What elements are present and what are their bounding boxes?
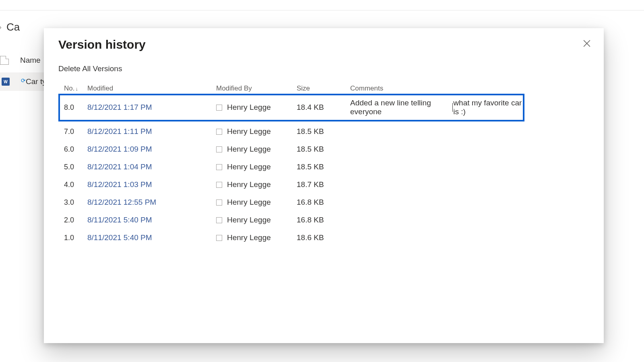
version-number: 2.0 — [64, 216, 87, 224]
presence-icon — [216, 235, 222, 241]
modified-by: Henry Legge — [216, 233, 297, 242]
version-number: 7.0 — [64, 128, 87, 136]
word-doc-icon: W — [2, 78, 10, 86]
file-size: 18.5 KB — [297, 145, 350, 154]
table-row[interactable]: 6.08/12/2021 1:09 PMHenry Legge18.5 KB — [58, 140, 524, 158]
sort-descending-icon: ↓ — [75, 86, 78, 92]
modified-date-link[interactable]: 8/11/2021 5:40 PM — [87, 216, 216, 224]
presence-icon — [216, 129, 222, 135]
table-row[interactable]: 3.08/12/2021 12:55 PMHenry Legge16.8 KB — [58, 193, 524, 211]
modified-by: Henry Legge — [216, 145, 297, 154]
modified-date-link[interactable]: 8/12/2021 1:04 PM — [87, 162, 216, 171]
column-header-comments[interactable]: Comments — [350, 84, 527, 93]
table-row[interactable]: 5.08/12/2021 1:04 PMHenry Legge18.5 KB — [58, 158, 524, 176]
presence-icon — [216, 217, 222, 223]
column-header-modified[interactable]: Modified — [87, 84, 216, 93]
close-button[interactable] — [579, 35, 595, 51]
chevron-right-icon: › — [0, 22, 2, 33]
table-row[interactable]: 7.08/12/2021 1:11 PMHenry Legge18.5 KB — [58, 123, 524, 140]
user-name[interactable]: Henry Legge — [227, 162, 271, 171]
user-name[interactable]: Henry Legge — [227, 180, 271, 189]
user-name[interactable]: Henry Legge — [227, 198, 271, 207]
column-header-size[interactable]: Size — [297, 84, 350, 93]
table-row[interactable]: 8.08/12/2021 1:17 PMHenry Legge18.4 KBAd… — [58, 94, 524, 121]
modified-date-link[interactable]: 8/12/2021 1:11 PM — [87, 127, 216, 136]
presence-icon — [216, 164, 222, 170]
modified-date-link[interactable]: 8/11/2021 5:40 PM — [87, 233, 216, 242]
close-icon — [583, 40, 590, 47]
version-number: 5.0 — [64, 163, 87, 171]
modified-by: Henry Legge — [216, 180, 297, 189]
column-header-name[interactable]: Name — [20, 56, 41, 65]
file-size: 16.8 KB — [297, 216, 350, 224]
breadcrumb-segment[interactable]: Ca — [6, 21, 20, 33]
dialog-title: Version history — [58, 38, 594, 51]
column-header-modified-by[interactable]: Modified By — [216, 84, 297, 93]
breadcrumb: nts › Ca — [0, 21, 20, 33]
modified-by: Henry Legge — [216, 162, 297, 171]
modified-date-link[interactable]: 8/12/2021 1:17 PM — [87, 103, 216, 112]
user-name[interactable]: Henry Legge — [227, 127, 271, 136]
comment-text: Added a new line telling everyonewhat my… — [350, 99, 527, 116]
presence-icon — [216, 146, 222, 152]
file-size: 18.5 KB — [297, 127, 350, 136]
column-header-no[interactable]: No. ↓ — [64, 84, 87, 93]
user-name[interactable]: Henry Legge — [227, 103, 271, 112]
divider — [0, 10, 644, 10]
version-number: 3.0 — [64, 198, 87, 207]
modified-date-link[interactable]: 8/12/2021 1:09 PM — [87, 145, 216, 154]
version-number: 1.0 — [64, 234, 87, 242]
modified-by: Henry Legge — [216, 127, 297, 136]
table-row[interactable]: 1.08/11/2021 5:40 PMHenry Legge18.6 KB — [58, 229, 524, 247]
modified-date-link[interactable]: 8/12/2021 1:03 PM — [87, 180, 216, 189]
file-size: 18.5 KB — [297, 162, 350, 171]
user-name[interactable]: Henry Legge — [227, 145, 271, 154]
user-name[interactable]: Henry Legge — [227, 233, 271, 242]
presence-icon — [216, 200, 222, 206]
file-size: 16.8 KB — [297, 198, 350, 207]
table-header: No. ↓ Modified Modified By Size Comments — [58, 84, 524, 95]
user-name[interactable]: Henry Legge — [227, 216, 271, 224]
modified-date-link[interactable]: 8/12/2021 12:55 PM — [87, 198, 216, 207]
file-size: 18.4 KB — [297, 103, 350, 112]
presence-icon — [216, 105, 222, 111]
modified-by: Henry Legge — [216, 103, 297, 112]
file-size: 18.7 KB — [297, 180, 350, 189]
version-number: 8.0 — [64, 103, 87, 112]
delete-all-versions-link[interactable]: Delete All Versions — [58, 64, 122, 73]
version-table: No. ↓ Modified Modified By Size Comments… — [58, 84, 524, 247]
version-number: 6.0 — [64, 145, 87, 154]
presence-icon — [216, 182, 222, 188]
table-row[interactable]: 4.08/12/2021 1:03 PMHenry Legge18.7 KB — [58, 176, 524, 193]
modified-by: Henry Legge — [216, 216, 297, 224]
sync-icon: ⟳ — [21, 77, 26, 84]
file-size: 18.6 KB — [297, 233, 350, 242]
file-icon — [0, 56, 9, 65]
table-row[interactable]: 2.08/11/2021 5:40 PMHenry Legge16.8 KB — [58, 211, 524, 229]
modified-by: Henry Legge — [216, 198, 297, 207]
version-history-dialog: Version history Delete All Versions No. … — [44, 28, 604, 343]
version-number: 4.0 — [64, 181, 87, 189]
